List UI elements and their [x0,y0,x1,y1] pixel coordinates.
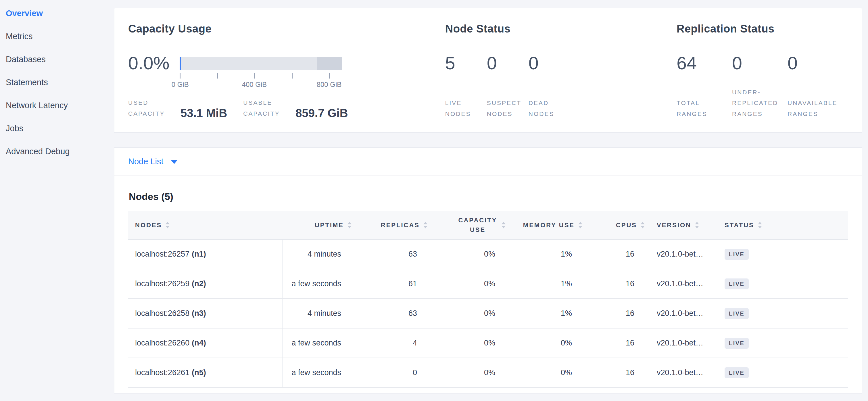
capacity-use-cell: 0% [431,328,509,357]
nodes-heading: Nodes (5) [129,191,848,202]
cluster-overview-card: Capacity Usage 0.0% [114,8,862,133]
capacity-use-cell: 0% [431,358,509,387]
replication-status-title: Replication Status [677,23,848,35]
node-id: (n5) [192,368,206,377]
cpus-cell: 16 [586,328,649,357]
sidebar-item-jobs[interactable]: Jobs [0,117,114,140]
sort-arrows-icon [501,222,505,228]
under-replicated-ranges-value: 0 [732,54,787,72]
node-list-dropdown[interactable]: Node List [128,157,177,166]
capacity-bar-chart: 0 GiB 400 GiB 800 GiB [180,57,342,89]
status-badge: LIVE [724,367,749,378]
column-header-replicas[interactable]: REPLICAS [355,211,431,239]
node-address-cell: localhost:26259(n2) [128,269,282,298]
total-ranges-label: TOTAL RANGES [677,97,732,119]
uptime-cell: 4 minutes [282,239,355,269]
nodes-table-section: Nodes (5) NODESUPTIMEREPLICASCAPACITY US… [114,191,862,388]
replicas-cell: 63 [355,299,431,328]
live-nodes-value: 5 [445,54,487,72]
table-row-node-5[interactable]: localhost:26261(n5)a few seconds00%0%16v… [128,358,848,388]
capacity-axis-ticks [180,73,342,79]
capacity-use-cell: 0% [431,269,509,298]
replicas-cell: 0 [355,358,431,387]
capacity-bar-reserved-segment [317,57,342,70]
sort-arrows-icon [578,222,582,228]
node-id: (n3) [192,309,206,318]
axis-label-0gib: 0 GiB [172,81,189,89]
sidebar-item-advanced-debug[interactable]: Advanced Debug [0,140,114,163]
sidebar-item-overview[interactable]: Overview [0,2,114,25]
column-header-label: UPTIME [315,220,344,230]
table-row-node-3[interactable]: localhost:26258(n3)4 minutes630%1%16v20.… [128,299,848,328]
table-row-node-4[interactable]: localhost:26260(n4)a few seconds40%0%16v… [128,328,848,358]
column-header-label: NODES [135,220,162,230]
status-cell: LIVE [716,328,848,357]
view-selector-row: Node List [114,148,862,175]
sidebar-item-statements[interactable]: Statements [0,71,114,94]
node-address: localhost:26258 [135,309,189,318]
capacity-usage-title: Capacity Usage [128,23,445,35]
node-address: localhost:26261 [135,368,189,377]
replicas-cell: 61 [355,269,431,298]
unavailable-ranges-label: UNAVAILABLE RANGES [787,97,848,119]
column-header-version[interactable]: VERSION [649,211,716,239]
memory-use-cell: 0% [509,328,586,357]
node-id: (n2) [192,279,206,288]
dead-nodes-value: 0 [529,54,566,72]
node-address: localhost:26259 [135,279,189,288]
table-row-node-1[interactable]: localhost:26257(n1)4 minutes630%1%16v20.… [128,239,848,269]
column-header-label: VERSION [657,220,691,230]
column-header-capacity-use[interactable]: CAPACITY USE [431,211,509,239]
node-status-labels: LIVE NODESSUSPECT NODESDEAD NODES [445,97,677,119]
axis-tick [329,73,330,79]
sidebar-item-databases[interactable]: Databases [0,48,114,71]
memory-use-cell: 0% [509,358,586,387]
version-cell: v20.1.0-bet… [649,358,716,387]
column-header-nodes[interactable]: NODES [128,211,282,239]
column-header-memory-use[interactable]: MEMORY USE [509,211,586,239]
memory-use-cell: 1% [509,269,586,298]
total-ranges-value: 64 [677,54,732,72]
column-header-label: CAPACITY USE [458,216,498,234]
node-list-card: Node List Nodes (5) NODESUPTIMEREPLICASC… [114,147,862,394]
version-cell: v20.1.0-bet… [649,299,716,328]
cpus-cell: 16 [586,358,649,387]
sidebar-item-network-latency[interactable]: Network Latency [0,94,114,117]
capacity-use-cell: 0% [431,239,509,269]
column-header-label: STATUS [724,220,754,230]
column-header-uptime[interactable]: UPTIME [282,211,355,239]
node-address: localhost:26260 [135,339,189,347]
replication-status-labels: TOTAL RANGESUNDER-REPLICATED RANGESUNAVA… [677,87,848,119]
axis-label-800gib: 800 GiB [317,81,342,89]
axis-tick [180,73,181,79]
table-body: localhost:26257(n1)4 minutes630%1%16v20.… [128,239,848,388]
capacity-bar [180,57,342,70]
column-header-status[interactable]: STATUS [716,211,848,239]
table-row-node-2[interactable]: localhost:26259(n2)a few seconds610%1%16… [128,269,848,299]
column-header-label: MEMORY USE [523,220,575,230]
version-cell: v20.1.0-bet… [649,269,716,298]
used-capacity-value: 53.1 MiB [181,107,227,119]
unavailable-ranges-value: 0 [787,54,798,72]
capacity-use-cell: 0% [431,299,509,328]
sidebar-item-metrics[interactable]: Metrics [0,25,114,48]
used-capacity-label: USED CAPACITY [128,97,172,119]
chevron-down-icon [171,160,177,164]
status-badge: LIVE [724,279,749,289]
status-cell: LIVE [716,358,848,387]
uptime-cell: a few seconds [282,358,355,387]
status-cell: LIVE [716,299,848,328]
replication-status-values: 6400 [677,54,848,72]
node-address-cell: localhost:26260(n4) [128,328,282,357]
sort-arrows-icon [695,222,699,228]
node-address: localhost:26257 [135,250,189,259]
sort-arrows-icon [758,222,762,228]
table-header-row: NODESUPTIMEREPLICASCAPACITY USEMEMORY US… [128,211,848,239]
status-badge: LIVE [724,308,749,319]
live-nodes-label: LIVE NODES [445,97,487,119]
node-address-cell: localhost:26258(n3) [128,299,282,328]
node-status-title: Node Status [445,23,677,35]
column-header-cpus[interactable]: CPUS [586,211,649,239]
axis-tick [254,73,255,79]
memory-use-cell: 1% [509,299,586,328]
